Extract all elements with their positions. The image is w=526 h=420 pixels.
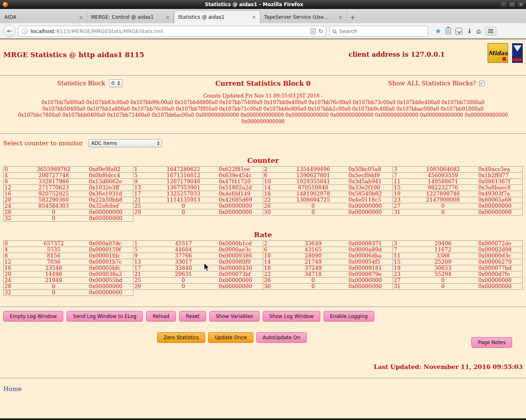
divider: [0, 378, 526, 379]
cell-decimal: 1354499496: [280, 167, 347, 172]
rate-heading: Rate: [0, 231, 526, 239]
cell-hex: 0x00000000: [477, 209, 522, 215]
update-once-button[interactable]: Update Once: [208, 332, 253, 343]
home-icon[interactable]: ⌂: [477, 28, 481, 35]
download-icon[interactable]: ↓: [467, 28, 472, 34]
show-log-window-button[interactable]: Show Log Window: [263, 311, 320, 322]
cell-index: 19: [393, 191, 409, 197]
cell-decimal: 0: [409, 209, 477, 215]
tab-close-icon[interactable]: ×: [338, 14, 343, 20]
cell-hex: 0x000073bf: [217, 271, 263, 277]
back-button[interactable]: ←: [3, 25, 16, 37]
cell-decimal: 1029355841: [280, 179, 347, 184]
menu-button[interactable]: [486, 27, 496, 36]
reload-button[interactable]: Reload: [146, 311, 176, 322]
show-all-checkbox[interactable]: ✓: [479, 81, 484, 86]
cell-decimal: 0: [280, 278, 347, 283]
counter-table-row: 42007277480x0bf6dcc4516713168120x639e454…: [4, 172, 523, 178]
cell-index: 32: [4, 290, 20, 296]
tab-merge-control-aidas1[interactable]: MERGE: Control @ aidas1×: [87, 11, 174, 23]
url-host: localhost: [31, 28, 54, 34]
cell-decimal: 1308694725: [280, 197, 347, 203]
info-icon[interactable]: i: [22, 28, 28, 34]
cell-index: 27: [393, 278, 409, 283]
counts-line: 0x107bb50400a0 0x107bb1a800a0 0x107bb76c…: [0, 106, 526, 113]
cell-hex: 0x0000ae3c: [217, 247, 263, 253]
divider: [0, 75, 526, 76]
value-cell: 18372490x00009181: [263, 265, 393, 271]
page-notes-button[interactable]: Page Notes: [471, 337, 512, 348]
cell-decimal: 14498: [20, 271, 87, 277]
enable-logging-button[interactable]: Enable Logging: [324, 311, 374, 322]
cell-hex: 0x5ecf0dd9: [347, 173, 393, 178]
cell-decimal: 5535: [20, 247, 87, 253]
cell-decimal: 0: [280, 209, 347, 215]
cell-index: 12: [4, 185, 20, 191]
stats-block-select[interactable]: 0: [109, 79, 123, 87]
tab-close-icon[interactable]: ×: [79, 14, 83, 20]
tab-close-icon[interactable]: ×: [165, 14, 170, 20]
value-cell: 213544994960x50bc05a8: [263, 166, 393, 172]
cell-hex: 0x000080f9: [217, 259, 263, 265]
bookmarks-icon[interactable]: [446, 28, 451, 34]
value-cell: 16235480x00005bfc: [4, 265, 133, 271]
cell-index: 4: [4, 247, 20, 253]
send-log-window-to-elog-button[interactable]: Send Log Window to ELog: [67, 311, 143, 322]
search-input[interactable]: [339, 28, 425, 34]
search-bar[interactable]: [329, 26, 428, 37]
show-all-label: Show ALL Statistics Blocks?: [388, 80, 476, 87]
cell-index: 10: [263, 253, 280, 259]
autoupdate-on-button[interactable]: AutoUpdate On: [256, 332, 307, 343]
zero-statistics-button[interactable]: Zero Statistics: [157, 332, 205, 343]
value-cell: 2500x00000000: [133, 203, 263, 209]
tab-tapeserver-service-use[interactable]: TapeServer Service (Use…×: [260, 11, 347, 23]
tab-statistics-aidas1[interactable]: Statistics @ aidas1×: [174, 10, 260, 23]
value-cell: 205822903600x22b50bb8: [4, 197, 133, 203]
cell-hex: 0x00000000: [347, 284, 393, 289]
cell-index: 20: [4, 271, 20, 277]
value-cell: 42007277480x0bf6dcc4: [4, 172, 133, 178]
maximize-button[interactable]: □: [508, 1, 516, 8]
value-cell: 248545843030x32efebef: [4, 203, 133, 209]
cell-index: 23: [393, 271, 409, 277]
cell-decimal: 1325257033: [150, 191, 217, 197]
button-row-1: Empty Log WindowSend Log Window to ELogR…: [0, 311, 526, 322]
url-bar[interactable]: i localhost:8115/MERGE/MRGEStats/MRGESta…: [18, 26, 326, 37]
divider: [0, 307, 526, 307]
cell-hex: 0x4e0118c5: [347, 197, 393, 203]
cell-decimal: 11672: [409, 247, 477, 253]
value-cell: 122717706230x1032e3ff: [4, 184, 133, 191]
cell-hex: 0x00000d3c: [477, 253, 522, 259]
counter-select[interactable]: ADC items: [89, 139, 162, 147]
reset-button[interactable]: Reset: [179, 311, 206, 322]
cell-decimal: 34718: [280, 271, 347, 277]
pocket-icon[interactable]: [455, 28, 462, 35]
tab-close-icon[interactable]: ×: [252, 14, 256, 20]
reload-icon[interactable]: ↻: [318, 28, 323, 34]
counts-block: Counts Updated Fri Nov 11 09:55:03 JST 2…: [0, 93, 526, 125]
counter-select-value: ADC items: [91, 140, 154, 146]
cell-hex: 0x0bf6dcc4: [87, 173, 133, 178]
cell-index: 29: [133, 209, 150, 215]
home-link[interactable]: Home: [0, 385, 25, 393]
cell-hex: 0x00000000: [87, 284, 133, 289]
cell-index: 29: [133, 284, 150, 289]
cell-decimal: 25209: [409, 259, 477, 265]
empty-log-window-button[interactable]: Empty Log Window: [3, 311, 63, 322]
show-variables-button[interactable]: Show Variables: [209, 311, 260, 322]
url-text[interactable]: localhost:8115/MERGE/MRGEStats/MRGEStats…: [31, 28, 308, 34]
close-button[interactable]: ×: [517, 1, 524, 8]
cell-hex: 0x00000000: [87, 290, 133, 296]
tab-aida[interactable]: AIDA×: [1, 11, 87, 23]
reader-mode-icon[interactable]: [311, 28, 315, 34]
counter-table-row: 2800x000000002900x000000003000x000000003…: [4, 209, 523, 215]
value-cell: 169207529250x36e1931d: [4, 191, 133, 197]
minimize-button[interactable]: –: [500, 1, 507, 8]
last-updated-text: Last Updated: November 11, 2016 09:55:03: [0, 363, 526, 371]
value-cell: 15252090x00006279: [393, 259, 523, 265]
bookmark-star-icon[interactable]: ★: [435, 28, 441, 35]
value-cell: 159822327760x3a8baec8: [393, 184, 523, 191]
rate-table-row: 881560x00001fdc9377660x0000938610280900x…: [4, 253, 523, 259]
new-tab-button[interactable]: +: [347, 12, 358, 23]
cell-hex: 0x40acc5ea: [477, 167, 522, 172]
